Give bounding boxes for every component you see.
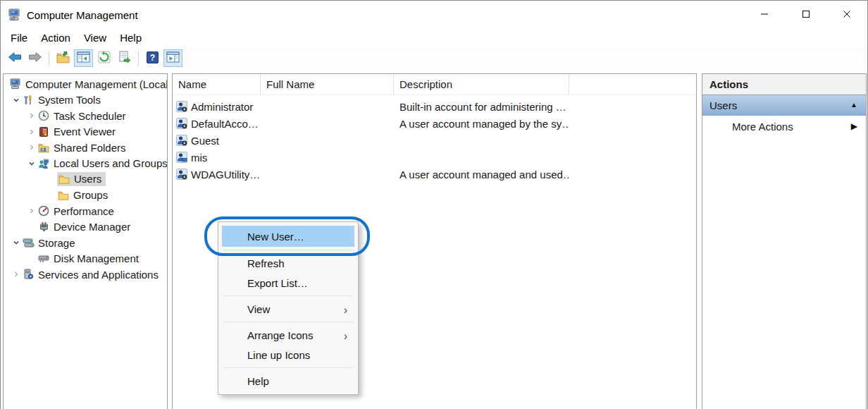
- actions-pane-header: Actions: [702, 74, 866, 95]
- maximize-button[interactable]: [790, 1, 822, 29]
- context-menu-item-help[interactable]: Help: [222, 371, 354, 391]
- chevron-none: [26, 253, 37, 264]
- actions-pane: Actions Users ▲ More Actions ▶: [702, 73, 867, 409]
- menu-help[interactable]: Help: [113, 30, 149, 47]
- list-row-guest[interactable]: Guest: [173, 132, 696, 149]
- storage-icon: [22, 237, 35, 248]
- user-name: WDAGUtility…: [191, 169, 260, 181]
- user-name: Guest: [191, 135, 219, 147]
- tree-item-label: Local Users and Groups: [54, 157, 168, 169]
- menu-separator: [223, 250, 354, 250]
- tree-item-device-manager[interactable]: Device Manager: [4, 219, 167, 236]
- chevron-expanded-icon[interactable]: [26, 158, 37, 169]
- chevron-collapsed-icon[interactable]: [26, 142, 37, 153]
- user-description: A user account managed and used…: [394, 169, 569, 181]
- folder-icon: [58, 173, 70, 185]
- toolbar-separator: [138, 51, 139, 66]
- menu-view[interactable]: View: [78, 30, 113, 47]
- action-pane-icon: [166, 51, 180, 65]
- context-menu-item-refresh[interactable]: Refresh: [222, 253, 354, 273]
- list-row-administrator[interactable]: Administrator Built-in account for admin…: [173, 98, 696, 115]
- chevron-none: [26, 221, 37, 233]
- chevron-collapsed-icon[interactable]: [26, 205, 37, 216]
- context-menu-item-arrange-icons[interactable]: Arrange Icons ›: [222, 325, 354, 345]
- tree-item-label: Event Viewer: [54, 126, 116, 138]
- list-row-mis[interactable]: mis: [173, 149, 696, 166]
- window-title: Computer Management: [27, 9, 138, 21]
- console-tree-pane: Computer Management (Local) System Tools…: [3, 73, 168, 409]
- tree-item-shared-folders[interactable]: Shared Folders: [4, 140, 167, 156]
- menu-action[interactable]: Action: [35, 30, 78, 47]
- list-row-wdagutility[interactable]: WDAGUtility… A user account managed and …: [173, 166, 696, 183]
- user-description: Built-in account for administering …: [394, 101, 569, 113]
- show-hide-action-pane-button[interactable]: [163, 49, 182, 67]
- chevron-expanded-icon[interactable]: [11, 94, 22, 106]
- console-tree: Computer Management (Local) System Tools…: [4, 74, 167, 283]
- tree-item-label: Disk Management: [54, 252, 139, 264]
- minimize-icon: [760, 10, 769, 20]
- tree-item-groups[interactable]: Groups: [4, 188, 167, 204]
- tree-item-label: Groups: [73, 189, 108, 201]
- console-tree-icon: [77, 51, 90, 65]
- user-name: Administrator: [191, 101, 253, 113]
- toolbar: ?: [1, 47, 867, 69]
- tree-item-label: Services and Applications: [38, 269, 159, 281]
- tree-item-disk-management[interactable]: Disk Management: [4, 251, 167, 267]
- computer-management-window: Computer Management File Action View Hel…: [0, 0, 868, 409]
- tree-item-storage[interactable]: Storage: [4, 235, 167, 251]
- tree-item-event-viewer[interactable]: Event Viewer: [4, 124, 167, 140]
- context-menu-item-view[interactable]: View ›: [222, 299, 354, 319]
- forward-button[interactable]: [25, 49, 44, 67]
- context-menu-item-new-user[interactable]: New User…: [222, 226, 354, 247]
- list-header: Name Full Name Description: [173, 74, 696, 95]
- chevron-expanded-icon[interactable]: [11, 237, 22, 248]
- menu-file[interactable]: File: [4, 30, 35, 47]
- context-menu-item-line-up-icons[interactable]: Line up Icons: [222, 345, 354, 365]
- column-header-name[interactable]: Name: [173, 74, 261, 94]
- computer-icon: [9, 78, 22, 90]
- user-name: mis: [191, 152, 207, 164]
- list-row-defaultaccount[interactable]: DefaultAcco… A user account managed by t…: [173, 115, 696, 132]
- disk-management-icon: [37, 253, 50, 264]
- menu-separator: [223, 322, 354, 322]
- more-actions-item[interactable]: More Actions ▶: [702, 116, 866, 137]
- chevron-collapsed-icon[interactable]: [11, 269, 22, 280]
- close-button[interactable]: [831, 1, 863, 29]
- users-groups-icon: [37, 158, 50, 169]
- tree-item-performance[interactable]: Performance: [4, 203, 167, 219]
- tree-item-local-users-and-groups[interactable]: Local Users and Groups: [4, 156, 167, 172]
- context-menu-item-export-list[interactable]: Export List…: [222, 273, 354, 293]
- tree-item-task-scheduler[interactable]: Task Scheduler: [4, 108, 167, 124]
- chevron-collapsed-icon[interactable]: [26, 110, 37, 121]
- user-name: DefaultAcco…: [191, 118, 259, 130]
- back-button[interactable]: [5, 49, 24, 67]
- forward-icon: [28, 51, 42, 65]
- collapse-icon[interactable]: ▲: [850, 102, 857, 109]
- tree-item-system-tools[interactable]: System Tools: [4, 92, 167, 109]
- actions-group-users[interactable]: Users ▲: [702, 95, 866, 116]
- up-one-level-button[interactable]: [54, 49, 73, 67]
- list-body: Administrator Built-in account for admin…: [173, 95, 696, 183]
- back-icon: [8, 51, 22, 65]
- tree-item-computer-management[interactable]: Computer Management (Local): [4, 76, 167, 92]
- menu-separator: [223, 367, 354, 368]
- column-header-full-name[interactable]: Full Name: [261, 74, 394, 94]
- toolbar-separator: [49, 51, 49, 66]
- more-actions-label: More Actions: [732, 121, 851, 133]
- refresh-icon: [98, 51, 111, 66]
- menu-bar: File Action View Help: [1, 29, 867, 47]
- export-list-button[interactable]: [115, 49, 134, 67]
- actions-group-title: Users: [709, 99, 850, 111]
- column-header-description[interactable]: Description: [394, 74, 569, 94]
- refresh-button[interactable]: [94, 49, 113, 67]
- shared-folders-icon: [37, 142, 50, 153]
- tree-item-services-and-applications[interactable]: Services and Applications: [4, 267, 167, 283]
- user-description: A user account managed by the sy…: [394, 118, 569, 130]
- minimize-button[interactable]: [748, 1, 781, 29]
- help-button[interactable]: ?: [143, 49, 162, 67]
- device-manager-icon: [37, 221, 50, 233]
- chevron-collapsed-icon[interactable]: [26, 126, 37, 138]
- show-hide-console-tree-button[interactable]: [74, 49, 93, 67]
- tree-item-users[interactable]: Users: [4, 171, 167, 188]
- tree-item-label: System Tools: [38, 94, 101, 106]
